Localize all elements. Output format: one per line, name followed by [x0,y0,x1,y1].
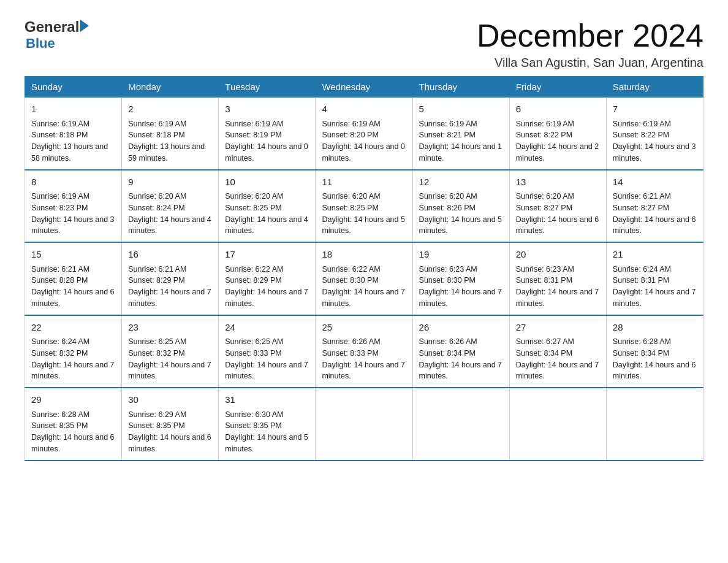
sunset-label: Sunset: 8:20 PM [322,131,378,139]
header-wednesday: Wednesday [316,77,412,98]
sunset-label: Sunset: 8:35 PM [225,421,281,430]
sunrise-label: Sunrise: 6:24 AM [31,337,89,346]
sunset-label: Sunset: 8:32 PM [128,349,184,358]
day-number: 8 [31,175,115,190]
sunrise-label: Sunrise: 6:21 AM [31,265,89,274]
sunset-label: Sunset: 8:29 PM [128,276,184,285]
sunset-label: Sunset: 8:30 PM [419,276,476,285]
sunrise-label: Sunrise: 6:20 AM [322,192,380,201]
daylight-label: Daylight: 14 hours and 7 minutes. [419,361,502,381]
daylight-label: Daylight: 14 hours and 5 minutes. [225,433,308,453]
daylight-label: Daylight: 14 hours and 7 minutes. [322,288,405,308]
day-number: 12 [419,175,503,190]
sunrise-label: Sunrise: 6:19 AM [516,120,574,128]
daylight-label: Daylight: 13 hours and 58 minutes. [31,142,108,163]
sunrise-label: Sunrise: 6:21 AM [128,265,186,274]
day-number: 7 [613,102,697,117]
sunrise-label: Sunrise: 6:25 AM [225,337,283,346]
sunrise-label: Sunrise: 6:23 AM [516,265,574,274]
table-row: 17Sunrise: 6:22 AMSunset: 8:29 PMDayligh… [219,242,316,315]
sunset-label: Sunset: 8:35 PM [128,421,184,430]
table-row: 30Sunrise: 6:29 AMSunset: 8:35 PMDayligh… [122,388,219,461]
table-row: 25Sunrise: 6:26 AMSunset: 8:33 PMDayligh… [316,315,412,388]
table-row: 29Sunrise: 6:28 AMSunset: 8:35 PMDayligh… [25,388,122,461]
day-number: 30 [128,393,212,407]
day-number: 13 [516,175,600,190]
table-row: 11Sunrise: 6:20 AMSunset: 8:25 PMDayligh… [316,170,412,243]
sunrise-label: Sunrise: 6:28 AM [31,410,89,419]
sunset-label: Sunset: 8:33 PM [322,349,378,358]
table-row [606,388,703,461]
location-subtitle: Villa San Agustin, San Juan, Argentina [477,56,703,70]
daylight-label: Daylight: 14 hours and 7 minutes. [225,288,308,308]
daylight-label: Daylight: 14 hours and 6 minutes. [128,433,211,453]
sunset-label: Sunset: 8:29 PM [225,276,281,285]
table-row: 4Sunrise: 6:19 AMSunset: 8:20 PMDaylight… [316,98,412,170]
sunset-label: Sunset: 8:33 PM [225,349,281,358]
table-row: 6Sunrise: 6:19 AMSunset: 8:22 PMDaylight… [509,98,606,170]
day-number: 5 [419,102,503,117]
daylight-label: Daylight: 14 hours and 4 minutes. [128,215,211,236]
daylight-label: Daylight: 14 hours and 0 minutes. [322,142,405,163]
logo-triangle-icon [80,20,89,32]
sunrise-label: Sunrise: 6:20 AM [516,192,574,201]
sunrise-label: Sunrise: 6:20 AM [128,192,186,201]
sunset-label: Sunset: 8:31 PM [516,276,572,285]
table-row: 28Sunrise: 6:28 AMSunset: 8:34 PMDayligh… [606,315,703,388]
sunset-label: Sunset: 8:30 PM [322,276,378,285]
day-number: 3 [225,102,309,117]
sunset-label: Sunset: 8:34 PM [613,349,669,358]
daylight-label: Daylight: 14 hours and 2 minutes. [516,142,599,163]
header-tuesday: Tuesday [219,77,316,98]
day-number: 18 [322,248,406,262]
sunset-label: Sunset: 8:31 PM [613,276,669,285]
day-number: 11 [322,175,406,190]
daylight-label: Daylight: 14 hours and 7 minutes. [419,288,502,308]
sunrise-label: Sunrise: 6:19 AM [128,120,186,128]
header-sunday: Sunday [25,77,122,98]
sunset-label: Sunset: 8:25 PM [322,204,378,212]
sunrise-label: Sunrise: 6:23 AM [419,265,477,274]
sunset-label: Sunset: 8:22 PM [516,131,572,139]
table-row: 7Sunrise: 6:19 AMSunset: 8:22 PMDaylight… [606,98,703,170]
table-row: 27Sunrise: 6:27 AMSunset: 8:34 PMDayligh… [509,315,606,388]
table-row: 3Sunrise: 6:19 AMSunset: 8:19 PMDaylight… [219,98,316,170]
table-row: 12Sunrise: 6:20 AMSunset: 8:26 PMDayligh… [412,170,509,243]
day-number: 31 [225,393,309,407]
sunset-label: Sunset: 8:18 PM [128,131,184,139]
table-row: 21Sunrise: 6:24 AMSunset: 8:31 PMDayligh… [606,242,703,315]
sunrise-label: Sunrise: 6:20 AM [419,192,477,201]
day-number: 2 [128,102,212,117]
daylight-label: Daylight: 14 hours and 6 minutes. [613,215,696,236]
day-number: 27 [516,321,600,335]
day-number: 26 [419,321,503,335]
sunset-label: Sunset: 8:25 PM [225,204,281,212]
daylight-label: Daylight: 14 hours and 6 minutes. [613,361,696,381]
table-row: 18Sunrise: 6:22 AMSunset: 8:30 PMDayligh… [316,242,412,315]
header-saturday: Saturday [606,77,703,98]
calendar-week-row: 15Sunrise: 6:21 AMSunset: 8:28 PMDayligh… [25,242,703,315]
sunset-label: Sunset: 8:35 PM [31,421,88,430]
logo-blue-text: Blue [26,36,89,52]
sunset-label: Sunset: 8:22 PM [613,131,669,139]
calendar-week-row: 8Sunrise: 6:19 AMSunset: 8:23 PMDaylight… [25,170,703,243]
table-row: 19Sunrise: 6:23 AMSunset: 8:30 PMDayligh… [412,242,509,315]
daylight-label: Daylight: 14 hours and 7 minutes. [613,288,696,308]
sunrise-label: Sunrise: 6:24 AM [613,265,671,274]
table-row: 14Sunrise: 6:21 AMSunset: 8:27 PMDayligh… [606,170,703,243]
sunset-label: Sunset: 8:24 PM [128,204,184,212]
sunrise-label: Sunrise: 6:19 AM [613,120,671,128]
sunrise-label: Sunrise: 6:20 AM [225,192,283,201]
daylight-label: Daylight: 14 hours and 4 minutes. [225,215,308,236]
day-number: 20 [516,248,600,262]
month-title: December 2024 [477,18,703,53]
sunset-label: Sunset: 8:27 PM [516,204,572,212]
calendar-week-row: 1Sunrise: 6:19 AMSunset: 8:18 PMDaylight… [25,98,703,170]
table-row: 23Sunrise: 6:25 AMSunset: 8:32 PMDayligh… [122,315,219,388]
table-row: 2Sunrise: 6:19 AMSunset: 8:18 PMDaylight… [122,98,219,170]
table-row: 8Sunrise: 6:19 AMSunset: 8:23 PMDaylight… [25,170,122,243]
sunset-label: Sunset: 8:34 PM [516,349,572,358]
sunset-label: Sunset: 8:27 PM [613,204,669,212]
table-row: 9Sunrise: 6:20 AMSunset: 8:24 PMDaylight… [122,170,219,243]
table-row: 20Sunrise: 6:23 AMSunset: 8:31 PMDayligh… [509,242,606,315]
